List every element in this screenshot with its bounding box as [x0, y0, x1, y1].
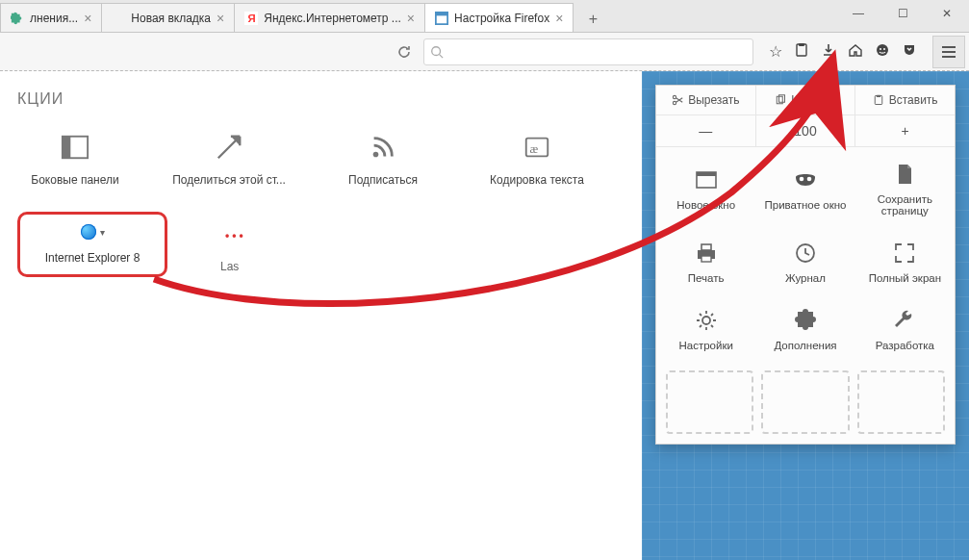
close-icon[interactable]: × — [407, 11, 415, 26]
box-icon — [435, 12, 448, 25]
rss-icon — [367, 131, 399, 164]
window-close-button[interactable]: ✕ — [925, 0, 969, 27]
customize-palette: КЦИИ Боковые панели Поделиться этой ст..… — [0, 71, 642, 560]
hamburger-menu-button[interactable] — [932, 36, 965, 68]
zoom-in-button[interactable]: + — [855, 115, 955, 146]
section-title: КЦИИ — [17, 90, 632, 108]
hamburger-icon — [940, 43, 957, 61]
tool-subscribe[interactable]: Подписаться — [325, 131, 441, 187]
menu-print[interactable]: Печать — [656, 226, 755, 293]
menu-addons[interactable]: Дополнения — [755, 293, 854, 361]
drop-slot[interactable] — [761, 370, 849, 434]
svg-point-26 — [807, 177, 812, 182]
page-icon — [891, 161, 918, 188]
tab-newtab[interactable]: Новая вкладка × — [101, 3, 235, 32]
ie-icon — [81, 224, 96, 240]
svg-point-17 — [673, 101, 676, 104]
tool-label: Подписаться — [348, 173, 418, 187]
svg-rect-3 — [436, 12, 447, 15]
drop-slot[interactable] — [857, 370, 945, 434]
download-icon[interactable] — [821, 42, 836, 62]
encoding-icon: æ — [521, 131, 553, 164]
menu-copy-button[interactable]: Копиров — [756, 86, 856, 115]
menu-paste-button[interactable]: Вставить — [855, 86, 955, 115]
svg-point-10 — [883, 48, 885, 50]
tab-strip: лнения... × Новая вкладка × Я Яндекс.Инт… — [0, 0, 969, 33]
home-icon[interactable] — [848, 42, 863, 62]
menu-developer[interactable]: Разработка — [855, 293, 955, 361]
empty-drop-slots — [656, 361, 955, 444]
bookmark-star-icon[interactable]: ☆ — [769, 42, 782, 61]
svg-point-25 — [800, 177, 804, 182]
yandex-icon: Я — [244, 12, 258, 25]
svg-point-9 — [880, 48, 881, 50]
menu-private-window[interactable]: Приватное окно — [755, 147, 854, 226]
toolbar-icons: ☆ — [759, 42, 927, 62]
tool-internet-explorer[interactable]: ▾ Internet Explorer 8 — [17, 212, 167, 277]
reload-button[interactable] — [391, 38, 418, 65]
paste-icon — [873, 94, 884, 106]
tool-sidebars[interactable]: Боковые панели — [17, 131, 133, 187]
smile-icon[interactable] — [875, 42, 890, 62]
menu-fullscreen[interactable]: Полный экран — [855, 226, 955, 293]
svg-line-5 — [440, 54, 444, 58]
tab-customize[interactable]: Настройка Firefox × — [424, 3, 574, 32]
drop-slot[interactable] — [666, 370, 753, 434]
svg-text:Я: Я — [248, 13, 256, 24]
tool-label-truncated: Las — [220, 260, 239, 273]
tool-label: Internet Explorer 8 — [45, 251, 140, 265]
url-input[interactable] — [449, 45, 747, 59]
pocket-icon[interactable] — [902, 42, 917, 62]
blank-icon — [112, 12, 125, 25]
window-minimize-button[interactable]: — — [836, 0, 880, 27]
svg-text:æ: æ — [530, 141, 539, 156]
nav-toolbar: ☆ — [0, 33, 969, 71]
print-icon — [693, 240, 720, 267]
svg-rect-7 — [799, 43, 804, 46]
zoom-out-button[interactable]: — — [656, 115, 756, 146]
menu-save-page[interactable]: Сохранить страницу — [855, 147, 955, 226]
menu-history[interactable]: Журнал — [755, 226, 854, 293]
svg-point-31 — [702, 317, 710, 324]
menu-cut-button[interactable]: Вырезать — [656, 86, 756, 115]
tool-share[interactable]: Поделиться этой ст... — [171, 131, 287, 187]
svg-rect-22 — [876, 95, 880, 97]
tool-label: Боковые панели — [31, 173, 118, 187]
scissors-icon — [672, 94, 683, 106]
tab-yandex[interactable]: Я Яндекс.Интернетометр ... × — [234, 3, 425, 32]
window-icon — [693, 166, 720, 193]
history-icon — [792, 240, 819, 267]
tool-encoding[interactable]: æ Кодировка текста — [479, 131, 595, 187]
tab-label: Новая вкладка — [131, 12, 211, 25]
menu-panel: Вырезать Копиров Вставить — 100 + Новое … — [655, 85, 956, 445]
zoom-value: 100 — [756, 115, 856, 146]
menu-panel-dropzone: Вырезать Копиров Вставить — 100 + Новое … — [642, 71, 969, 560]
menu-new-window[interactable]: Новое окно — [656, 147, 755, 226]
svg-rect-28 — [701, 244, 711, 250]
puzzle-icon — [11, 12, 24, 25]
menu-settings[interactable]: Настройки — [656, 293, 755, 361]
svg-rect-24 — [697, 172, 716, 176]
puzzle-icon — [792, 307, 819, 334]
tab-label: Настройка Firefox — [454, 12, 549, 25]
tool-label: Поделиться этой ст... — [172, 173, 286, 187]
tab-label: лнения... — [30, 12, 78, 25]
lastpass-icon[interactable]: ••• — [225, 229, 246, 242]
close-icon[interactable]: × — [217, 11, 224, 26]
url-bar[interactable] — [423, 38, 753, 65]
svg-point-4 — [432, 46, 441, 55]
sidebar-icon — [59, 131, 91, 164]
tab-label: Яндекс.Интернетометр ... — [264, 12, 401, 25]
search-icon — [430, 45, 444, 59]
close-icon[interactable]: × — [84, 11, 91, 26]
mask-icon — [792, 166, 819, 193]
fullscreen-icon — [891, 240, 918, 267]
window-maximize-button[interactable]: ☐ — [880, 0, 925, 27]
new-tab-button[interactable]: + — [580, 7, 605, 32]
close-icon[interactable]: × — [555, 11, 563, 26]
tool-label: Кодировка текста — [490, 173, 584, 187]
tab-addons[interactable]: лнения... × — [0, 3, 102, 32]
svg-point-8 — [877, 44, 888, 56]
clipboard-icon[interactable] — [794, 42, 809, 62]
share-icon — [213, 131, 245, 164]
